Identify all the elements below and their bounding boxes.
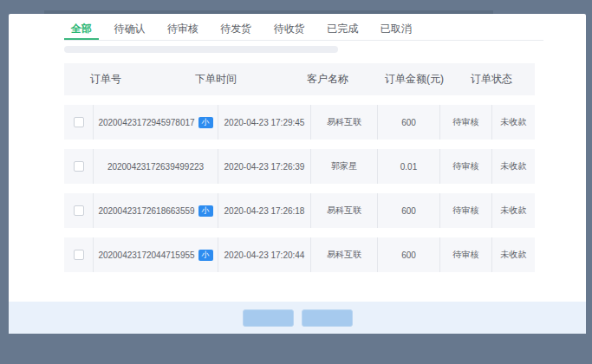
order-time: 2020-04-23 17:20:44	[218, 237, 310, 272]
order-status: 待审核	[439, 149, 491, 184]
order-type-badge: 小	[198, 250, 213, 261]
order-number: 20200423172044715955	[98, 250, 194, 260]
order-status: 待审核	[439, 237, 491, 272]
header-amount: 订单金额(元)	[385, 63, 444, 95]
order-status: 待审核	[439, 105, 491, 140]
order-type-badge: 小	[198, 117, 213, 128]
tab-pending-confirm[interactable]: 待确认	[107, 17, 152, 40]
header-order-time: 下单时间	[195, 63, 237, 95]
customer-name: 郭家星	[310, 149, 377, 184]
customer-name: 易科互联	[310, 237, 377, 272]
customer-name: 易科互联	[310, 105, 377, 140]
scrollbar-thumb[interactable]	[64, 46, 338, 53]
order-amount: 600	[377, 105, 439, 140]
row-checkbox[interactable]	[74, 117, 84, 127]
order-type-badge: 小	[198, 205, 213, 217]
order-time: 2020-04-23 17:26:18	[218, 193, 310, 228]
tab-completed[interactable]: 已完成	[320, 17, 365, 40]
tab-pending-receive[interactable]: 待收货	[267, 17, 312, 40]
table-row: 20200423172044715955 小 2020-04-23 17:20:…	[64, 237, 535, 272]
row-checkbox[interactable]	[74, 250, 84, 260]
orders-panel: 全部 待确认 待审核 待发货 待收货 已完成 已取消 订单号 下单时间 客户名称…	[9, 14, 586, 334]
payment-status: 未收款	[491, 193, 535, 228]
order-amount: 600	[377, 237, 439, 272]
header-customer: 客户名称	[307, 63, 348, 95]
tab-pending-review[interactable]: 待审核	[160, 17, 205, 40]
customer-name: 易科互联	[310, 193, 377, 228]
tab-cancelled[interactable]: 已取消	[374, 17, 419, 40]
order-status-tabs: 全部 待确认 待审核 待发货 待收货 已完成 已取消	[64, 17, 543, 41]
tab-pending-ship[interactable]: 待发货	[213, 17, 258, 40]
page-background: 全部 待确认 待审核 待发货 待收货 已完成 已取消 订单号 下单时间 客户名称…	[0, 0, 592, 364]
footer-button-1[interactable]	[243, 309, 294, 327]
table-row: 20200423172639499223 2020-04-23 17:26:39…	[64, 149, 535, 184]
footer-bar	[9, 302, 586, 334]
row-checkbox[interactable]	[74, 161, 84, 172]
payment-status: 未收款	[491, 237, 535, 272]
row-checkbox[interactable]	[74, 205, 84, 216]
header-order-status: 订单状态	[471, 63, 512, 95]
order-number: 20200423172945978017	[98, 118, 194, 127]
tab-all[interactable]: 全部	[64, 17, 99, 40]
order-number: 20200423172618663559	[98, 206, 194, 216]
order-amount: 0.01	[377, 149, 439, 184]
payment-status: 未收款	[491, 105, 535, 140]
table-row: 20200423172945978017 小 2020-04-23 17:29:…	[64, 105, 535, 140]
order-status: 待审核	[439, 193, 491, 228]
payment-status: 未收款	[491, 149, 535, 184]
order-amount: 600	[377, 193, 439, 228]
footer-button-2[interactable]	[302, 309, 353, 327]
order-time: 2020-04-23 17:26:39	[218, 149, 310, 184]
order-time: 2020-04-23 17:29:45	[218, 105, 310, 140]
order-number: 20200423172639499223	[107, 162, 204, 172]
table-header: 订单号 下单时间 客户名称 订单金额(元) 订单状态	[64, 63, 535, 95]
header-order-no: 订单号	[90, 63, 121, 95]
table-row: 20200423172618663559 小 2020-04-23 17:26:…	[64, 193, 535, 228]
orders-table: 订单号 下单时间 客户名称 订单金额(元) 订单状态 2020042317294…	[64, 63, 535, 272]
